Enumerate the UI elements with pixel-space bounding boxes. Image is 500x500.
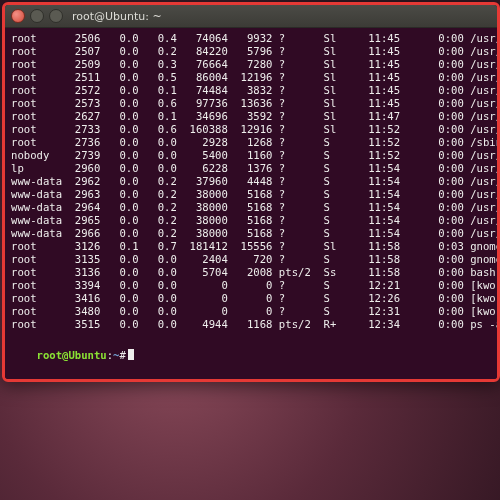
titlebar[interactable]: root@Ubuntu: ~	[5, 5, 497, 28]
terminal-prompt[interactable]: root@Ubuntu:~#	[5, 335, 497, 379]
prompt-hash: #	[119, 349, 125, 361]
terminal-output[interactable]: root 2506 0.0 0.4 74064 9932 ? Sl 11:45 …	[5, 28, 497, 335]
terminal-window: root@Ubuntu: ~ root 2506 0.0 0.4 74064 9…	[2, 2, 500, 382]
cursor	[128, 349, 134, 360]
window-title: root@Ubuntu: ~	[72, 10, 162, 23]
prompt-user-host: root@Ubuntu	[37, 349, 107, 361]
window-maximize-button[interactable]	[49, 9, 63, 23]
window-minimize-button[interactable]	[30, 9, 44, 23]
window-close-button[interactable]	[11, 9, 25, 23]
